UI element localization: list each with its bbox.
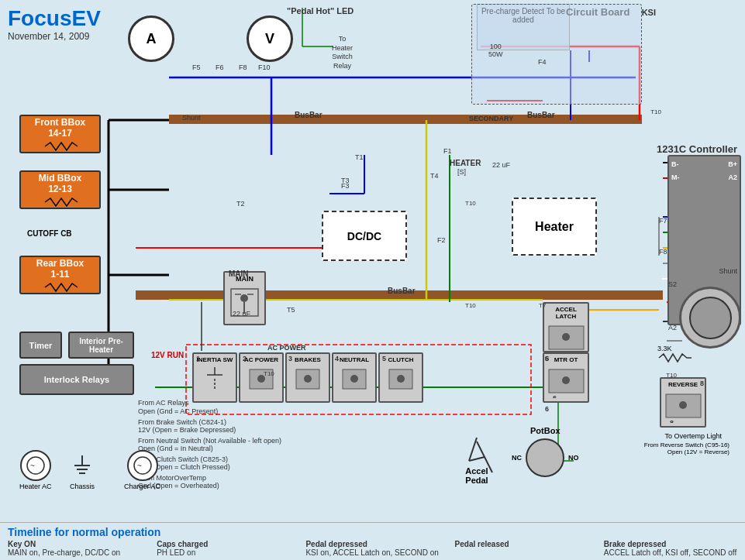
t10-1: T10 (650, 108, 661, 115)
heater-ac-symbol: ~ Heater AC (19, 450, 52, 490)
t10-5: T10 (666, 372, 677, 379)
ammeter-label: A (147, 31, 157, 47)
main-label: MAIN (229, 270, 249, 278)
svg-point-60 (562, 376, 570, 384)
from-reverse-text: From Reverse Switch (C95-16) (644, 441, 729, 448)
tl-header-4: Pedal released (455, 540, 588, 548)
timer-label: Timer (29, 341, 53, 350)
timeline-title: Timeline for normal operation (8, 526, 737, 538)
f8-label: F8 (239, 64, 247, 71)
potbox-label: PotBox NC NO (512, 426, 579, 477)
timeline-section: Timeline for normal operation Key ON MAI… (0, 522, 745, 560)
chassis-label: Chassis (70, 483, 95, 490)
front-bbox: Front BBox 14-17 (19, 115, 101, 153)
tl-header-2: Caps charged (157, 540, 290, 548)
resistor-100: 100 (488, 43, 503, 50)
relay-2-num: 2 (243, 355, 247, 362)
charger-ac-symbol: ~ Charger AC (124, 450, 160, 490)
brake-12v-label: 12V (Open = Brake Depressed) (138, 426, 236, 434)
heater-label: Heater (535, 220, 574, 234)
f2-label: F2 (437, 236, 446, 244)
t1-label: T1 (355, 153, 364, 161)
rear-bbox-label2: 1-11 (50, 269, 69, 280)
heater-si-label: [S] (457, 168, 466, 176)
heater-switch-relay-text: To Heater Switch Relay (332, 35, 353, 70)
a2-controller-label: A2 (728, 173, 737, 181)
rear-bbox: Rear BBox 1-11 (19, 256, 101, 294)
svg-point-55 (397, 375, 405, 383)
svg-line-66 (469, 457, 485, 461)
potbox-circle (526, 438, 564, 477)
resistor-50w: 50W (488, 50, 503, 58)
svg-text:6: 6 (553, 394, 557, 398)
app-header: FocusEV November 14, 2009 (8, 6, 101, 42)
v12-run-label: 12V RUN (151, 351, 184, 359)
f8-label-right: F8 (659, 248, 667, 256)
no-label: NO (568, 454, 579, 462)
overtemp-light-label: To Overtemp Light (664, 432, 722, 440)
open-gnd-ac-label: Open (Gnd = AC Present) (138, 407, 218, 415)
charger-ac-circle: ~ (127, 450, 158, 481)
timeline-phase-1: Key ON MAIN on, Pre-charge, DC/DC on (8, 540, 141, 557)
timer-box: Timer (19, 332, 62, 359)
pedal-hot-led-label: "Pedal Hot" LED (287, 6, 354, 15)
f6-label: F6 (216, 64, 224, 71)
relay-6-mtr: 6 (545, 405, 549, 413)
tl-header-5: Brake depressed (604, 540, 737, 548)
b-minus-label: B- (671, 160, 679, 168)
relay-3-num: 3 (288, 355, 292, 362)
r33k-label: 3.3K (657, 345, 692, 366)
ac-power-label: AC POWER (244, 356, 278, 363)
t4-label: T4 (430, 172, 439, 180)
a2-motor-label: A2 (668, 324, 677, 332)
motor-inner (689, 297, 732, 339)
ac-power-section-label: AC POWER (267, 344, 306, 352)
dcdc-label: DC/DC (347, 230, 381, 242)
f5-label: F5 (192, 64, 201, 71)
timeline-phase-5: Brake depressed ACCEL Latch off, KSI off… (604, 540, 737, 557)
timeline-phase-2: Caps charged PH LED on (157, 540, 290, 557)
nc-label: NC (512, 454, 522, 462)
heater-switch-relay-label: To Heater Switch Relay (332, 35, 353, 71)
tl-body-3: KSI on, ACCEL Latch on, SECOND on (305, 548, 439, 557)
svg-point-63 (679, 401, 687, 409)
t10-3: T10 (465, 302, 476, 309)
t3-label: T3 (341, 177, 350, 184)
svg-text:~: ~ (137, 462, 142, 470)
accel-pedal-text: Accel Pedal (465, 466, 488, 485)
svg-point-41 (240, 294, 248, 302)
title-text: FocusEV (8, 6, 101, 30)
svg-rect-0 (169, 115, 642, 124)
voltmeter-label: V (265, 31, 274, 47)
preheater-label: Interior Pre-Heater (70, 337, 133, 354)
m-minus-label: M- (671, 173, 680, 181)
mid-bbox: Mid BBox 12-13 (19, 170, 101, 209)
t10-4: T10 (264, 370, 274, 377)
shunt-right-label: Shunt (719, 267, 737, 275)
tl-header-1: Key ON (8, 540, 141, 548)
ammeter: A (128, 15, 174, 62)
cap-22uf-label: 22 uF (492, 161, 510, 169)
potbox-text: PotBox (512, 426, 579, 435)
voltmeter: V (247, 15, 293, 62)
app-title: FocusEV (8, 6, 101, 31)
svg-point-53 (350, 375, 358, 383)
s2-label: S2 (668, 280, 677, 288)
busbar-top-label: BusBar (295, 111, 322, 119)
brakes-label: BRAKES (295, 356, 321, 363)
f10-label: F10 (258, 64, 271, 71)
accel-pedal-label: Accel Pedal (465, 434, 488, 485)
front-bbox-label2: 14-17 (48, 128, 72, 139)
svg-point-51 (304, 375, 312, 383)
charger-ac-label: Charger AC (124, 483, 160, 490)
front-bbox-label1: Front BBox (35, 117, 85, 128)
cutoff-cb-label: CUTOFF CB (27, 229, 72, 238)
r33k-text: 3.3K (657, 345, 692, 352)
heater-ac-label: Heater AC (19, 483, 52, 490)
svg-line-65 (469, 438, 477, 461)
relay-6-num: 6 (545, 355, 549, 362)
dcdc-box: DC/DC (322, 211, 407, 261)
resistor-label: 100 50W (488, 43, 503, 58)
t5-label: T5 (287, 306, 295, 314)
relay-4-num: 4 (335, 355, 339, 362)
